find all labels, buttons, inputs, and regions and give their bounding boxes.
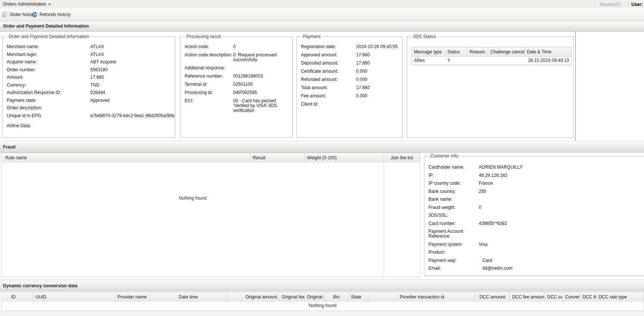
column-header-dcc-fee-amount[interactable]: DCC fee amount — [510, 292, 545, 302]
field-row: IP:46.29.126.162 — [428, 173, 644, 178]
column-header-dcc-fee[interactable]: DCC fee — [580, 292, 596, 302]
field-row: Additional response: — [185, 66, 292, 71]
field-row: Payment way:Card — [428, 258, 644, 263]
field-row: Client id: — [301, 102, 402, 107]
dcc-section-bar: Dynamic currency conversion data — [0, 281, 644, 291]
field-row: Approved amount:17.660 — [301, 53, 402, 57]
column-header-rule-name[interactable]: Rule name — [1, 153, 251, 163]
fraud-empty-text: Nothing found — [1, 195, 384, 201]
fraud-table-body: Nothing found — [1, 163, 384, 277]
field-row: Authorization Response ID:026444 — [7, 90, 175, 95]
field-row: Terminal id:02501100 — [185, 82, 292, 87]
divider — [0, 141, 644, 141]
field-row: Card number:439655**6382 — [428, 221, 644, 226]
field-row: Unique id in EPG:a7b48870-3279-4dc2-9ea1… — [7, 113, 175, 118]
field-row: Certificate amount:0.000 — [301, 69, 402, 74]
field-row: Order description: — [7, 106, 175, 110]
menubar-separator — [595, 1, 595, 7]
fraud-section-bar: Fraud — [0, 142, 644, 153]
cell-date-time: 26.10.2024 09:49:13 — [525, 57, 571, 65]
content-panel-right-border — [575, 31, 576, 141]
fraud-table-header: Rule name Result Weight (0-100) Join the… — [1, 153, 420, 163]
fraud-join-column-body — [384, 163, 420, 277]
column-header-dcc-currency[interactable]: DCC currency — [545, 292, 563, 302]
processing-result-fieldset: Processing result Action code:0 Action c… — [180, 34, 293, 138]
column-header-id[interactable]: ID — [1, 292, 33, 302]
refunds-history-label: Refunds history — [40, 11, 70, 18]
dcc-empty-text: Nothing found — [1, 303, 644, 308]
column-header-provider-name[interactable]: Provider name — [115, 292, 150, 302]
column-header-state[interactable]: State — [349, 292, 369, 302]
supplemental-section-bar: Supplemental information — [0, 313, 644, 316]
field-row: Airline Data: — [7, 123, 175, 128]
field-row: Registration date:2024-10-26 09:43:55 — [301, 44, 402, 49]
column-header-dcc-amount[interactable]: DCC amount — [475, 292, 510, 302]
processing-result-legend: Processing result — [185, 34, 222, 39]
fraud-section-title: Fraud — [3, 144, 644, 150]
cell-reason — [467, 57, 488, 65]
column-header-provider-transaction-id[interactable]: Provider transaction id — [369, 292, 475, 302]
refunds-history-button[interactable]: Refunds history — [32, 11, 70, 18]
menubar-separator — [628, 1, 628, 7]
field-row: IP country code:France — [428, 181, 644, 186]
divider — [0, 279, 644, 280]
order-history-icon — [2, 12, 8, 18]
customer-info-legend: Customer info — [429, 153, 460, 159]
column-header-status[interactable]: Status — [445, 47, 468, 56]
field-row: Refunded amount:0.000 — [301, 77, 402, 82]
column-header-uuid[interactable]: UUID — [33, 292, 115, 302]
payment-fieldset: Payment Registration date:2024-10-26 09:… — [296, 34, 403, 138]
toolbar-separator — [66, 11, 67, 18]
column-header-message-type[interactable]: Message type — [412, 47, 445, 56]
field-row: Product: — [428, 250, 644, 255]
column-header-challenge-cancel[interactable]: Challenge cancel — [488, 47, 525, 56]
field-row: Bank country:250 — [428, 189, 644, 194]
menu-orders[interactable]: Orders — [3, 2, 17, 7]
field-row: 3DS/SSL: — [428, 213, 644, 218]
field-row: Reference number:001286166003 — [185, 74, 292, 79]
column-header-result[interactable]: Result — [251, 153, 305, 163]
column-header-reason[interactable]: Reason — [467, 47, 488, 56]
column-header-original-fee[interactable]: Original fee — [280, 292, 305, 302]
column-header-bin[interactable]: Bin — [324, 292, 349, 302]
page-title: Order and Payment Detailed Information — [3, 24, 644, 29]
field-row: Processing id:04IF082595 — [185, 90, 292, 95]
column-header-dcc-rate-type[interactable]: DCC rate type — [596, 292, 644, 302]
customer-info-fieldset: Customer info Cardholder name:ADRIEN MAR… — [424, 153, 644, 276]
field-row: Action code:0 — [185, 44, 292, 49]
field-row: Payment system:Visa — [428, 242, 644, 247]
menu-administration[interactable]: Administration — [18, 2, 51, 7]
field-row: Merchant login:ATLAX — [7, 52, 175, 57]
three-ds-row[interactable]: ARes Y 26.10.2024 09:49:13 — [412, 57, 571, 65]
three-ds-table: Message type Status Reason Challenge can… — [411, 47, 572, 65]
caret-down-icon — [48, 4, 51, 5]
field-row: Action code description:0: Request proce… — [185, 53, 292, 62]
reports-link[interactable]: Reports(0) — [600, 2, 621, 7]
column-header-original-amount[interactable]: Original amount — [227, 292, 280, 302]
order-info-fieldset: Order and Payment Detailed Information M… — [2, 34, 175, 138]
field-row: Fee amount:0.000 — [301, 94, 402, 98]
field-row: Email:tld@netim.com — [428, 266, 644, 271]
dcc-section-title: Dynamic currency conversion data — [3, 283, 644, 288]
column-header-conversion-rate[interactable]: Conversion rate — [563, 292, 580, 302]
field-row: Bank name: — [428, 197, 644, 202]
divider — [0, 312, 644, 312]
three-ds-legend: 3DS Status — [412, 34, 437, 39]
column-header-weight[interactable]: Weight (0-100) — [305, 153, 384, 163]
cell-status: Y — [445, 57, 468, 65]
payment-legend: Payment — [301, 34, 322, 39]
dcc-table-body: Nothing found — [1, 302, 644, 311]
dcc-table-header: ID UUID Provider name Date time Original… — [1, 292, 644, 302]
column-header-join-the-list[interactable]: Join the list — [384, 153, 420, 163]
column-header-date-time[interactable]: Date & Time — [525, 47, 571, 56]
field-row: Deposited amount:17.660 — [301, 61, 402, 66]
column-header-original-currency[interactable]: Original currency — [305, 292, 324, 302]
menu-bar: Orders Administration Reports(0) User: a — [0, 0, 644, 9]
order-history-button[interactable]: Order history — [2, 11, 35, 18]
field-row: Payment Account Reference: — [428, 229, 644, 239]
field-row: Currency:TND — [7, 83, 175, 88]
field-row: Acquirer name:ABT Acquirer — [7, 60, 175, 65]
refresh-arrow-icon — [32, 12, 38, 18]
toolbar: Order history Refunds history — [0, 9, 644, 21]
column-header-date-time[interactable]: Date time — [150, 292, 228, 302]
